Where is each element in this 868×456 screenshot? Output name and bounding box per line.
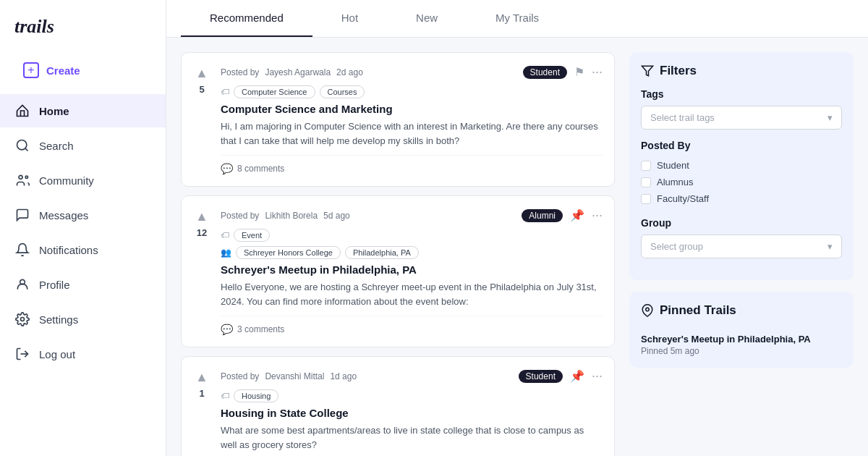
tab-recommended[interactable]: Recommended <box>181 0 312 37</box>
trail-card: ▲ 1 Posted by Devanshi Mittal 1d ago Stu… <box>181 356 615 456</box>
tag-icon: 🏷 <box>221 230 229 240</box>
community-icon <box>14 172 30 188</box>
card-title: Schreyer's Meetup in Philadelphia, PA <box>221 263 603 276</box>
create-icon: + <box>23 62 39 78</box>
card-meta-right: Student ⚑ ··· <box>523 64 603 80</box>
tab-new[interactable]: New <box>387 0 467 37</box>
card-title: Computer Science and Marketing <box>221 103 603 115</box>
card-meta-right: Alumni 📌 ··· <box>522 208 603 223</box>
upvote-button[interactable]: ▲ <box>195 370 208 385</box>
vote-column: ▲ 5 <box>193 64 210 174</box>
card-meta-left: Posted by Jayesh Agarwala 2d ago <box>221 67 363 77</box>
tag-pill[interactable]: Housing <box>234 389 278 402</box>
comment-count: 3 comments <box>237 324 284 334</box>
card-meta-left: Posted by Likhith Borela 5d ago <box>221 211 350 221</box>
sidebar-item-profile[interactable]: Profile <box>0 268 166 301</box>
sidebar: trails + Create Home Search Community <box>0 0 166 456</box>
time-ago: 5d ago <box>323 211 350 221</box>
tabs-bar: Recommended Hot New My Trails <box>166 0 868 38</box>
time-ago: 2d ago <box>336 67 363 77</box>
logout-icon <box>14 346 30 362</box>
pinned-item-sub: Pinned 5m ago <box>641 346 842 356</box>
pin-button[interactable]: ⚑ <box>574 65 584 79</box>
tags-dropdown-placeholder: Select trail tags <box>650 112 715 123</box>
filters-title: Filters <box>641 64 842 78</box>
sidebar-item-messages[interactable]: Messages <box>0 198 166 232</box>
tag-pill[interactable]: Event <box>234 229 270 242</box>
svg-point-8 <box>646 308 650 311</box>
tag-icon: 🏷 <box>221 87 229 97</box>
pinned-item-title: Schreyer's Meetup in Philadelphia, PA <box>641 334 842 345</box>
search-icon <box>14 138 30 153</box>
sidebar-nav: Home Search Community Messages Notificat <box>0 94 166 442</box>
tags-dropdown[interactable]: Select trail tags ▾ <box>641 106 842 130</box>
main-content: Recommended Hot New My Trails ▲ 5 Posted… <box>166 0 868 456</box>
sidebar-item-notifications[interactable]: Notifications <box>0 233 166 266</box>
card-meta: Posted by Jayesh Agarwala 2d ago Student… <box>221 64 603 80</box>
checkbox-student-input[interactable] <box>641 161 651 171</box>
user-badge: Student <box>523 66 567 79</box>
filters-panel: Filters Tags Select trail tags ▾ Posted … <box>629 52 854 280</box>
checkbox-alumnus-input[interactable] <box>641 177 651 187</box>
author-name: Likhith Borela <box>265 211 318 221</box>
group-icon: 👥 <box>221 248 231 258</box>
filter-posted-by-label: Posted By <box>641 140 842 151</box>
filter-icon <box>641 64 654 77</box>
group-pill[interactable]: Schreyer Honors College <box>236 246 341 259</box>
filter-group-section: Group Select group ▾ <box>641 217 842 258</box>
svg-marker-7 <box>642 66 653 76</box>
sidebar-item-community[interactable]: Community <box>0 164 166 197</box>
group-dropdown[interactable]: Select group ▾ <box>641 235 842 258</box>
posted-by-label: Posted by <box>221 67 259 77</box>
comment-icon: 💬 <box>221 324 233 335</box>
tags-row: 🏷 Event <box>221 229 603 242</box>
create-button[interactable]: + Create <box>9 55 157 85</box>
checkbox-student: Student <box>641 157 842 174</box>
card-meta: Posted by Likhith Borela 5d ago Alumni 📌… <box>221 208 603 223</box>
time-ago: 1d ago <box>330 371 357 381</box>
sidebar-item-search[interactable]: Search <box>0 129 166 162</box>
card-body: Posted by Devanshi Mittal 1d ago Student… <box>221 368 603 456</box>
pin-button[interactable]: 📌 <box>570 369 584 383</box>
upvote-button[interactable]: ▲ <box>195 66 208 81</box>
card-meta-left: Posted by Devanshi Mittal 1d ago <box>221 371 357 381</box>
checkbox-faculty-input[interactable] <box>641 194 651 204</box>
more-button[interactable]: ··· <box>592 368 603 384</box>
comment-icon: 💬 <box>221 163 233 174</box>
svg-point-5 <box>21 318 25 321</box>
trail-card: ▲ 12 Posted by Likhith Borela 5d ago Alu… <box>181 195 615 347</box>
posted-by-label: Posted by <box>221 371 259 381</box>
sidebar-item-logout[interactable]: Log out <box>0 337 166 371</box>
pinned-trail-item[interactable]: Schreyer's Meetup in Philadelphia, PA Pi… <box>641 328 842 356</box>
right-panel: Filters Tags Select trail tags ▾ Posted … <box>629 52 854 442</box>
vote-count: 5 <box>199 84 204 95</box>
user-badge: Alumni <box>522 209 563 222</box>
chevron-down-icon: ▾ <box>827 112 833 123</box>
pin-button[interactable]: 📌 <box>570 208 584 222</box>
tag-pill[interactable]: Computer Science <box>234 85 315 98</box>
tab-hot[interactable]: Hot <box>312 0 387 37</box>
card-footer: 💬 8 comments <box>221 155 603 174</box>
feed: ▲ 5 Posted by Jayesh Agarwala 2d ago Stu… <box>181 52 615 442</box>
pinned-trails-title: Pinned Trails <box>641 303 842 318</box>
upvote-button[interactable]: ▲ <box>195 209 208 224</box>
location-pill[interactable]: Philadelphia, PA <box>345 246 419 259</box>
tag-pill[interactable]: Courses <box>320 85 365 98</box>
more-button[interactable]: ··· <box>592 208 603 223</box>
profile-icon <box>14 276 30 292</box>
checkbox-alumnus: Alumnus <box>641 174 842 190</box>
sidebar-item-settings[interactable]: Settings <box>0 303 166 336</box>
svg-point-3 <box>25 176 27 178</box>
card-body-text: Hi, I am majoring in Computer Science wi… <box>221 119 603 148</box>
tab-mytrails[interactable]: My Trails <box>467 0 568 37</box>
card-footer: 💬 3 comments <box>221 316 603 335</box>
tags-row: 🏷 Computer Science Courses <box>221 85 603 98</box>
filter-posted-by-section: Posted By Student Alumnus Faculty/Staff <box>641 140 842 207</box>
trail-card: ▲ 5 Posted by Jayesh Agarwala 2d ago Stu… <box>181 52 615 187</box>
card-body-text: What are some best apartments/areas to l… <box>221 423 603 452</box>
more-button[interactable]: ··· <box>592 64 603 80</box>
vote-count: 12 <box>197 227 207 238</box>
tag-icon: 🏷 <box>221 391 229 401</box>
pin-panel-icon <box>641 304 654 317</box>
sidebar-item-home[interactable]: Home <box>0 94 166 127</box>
